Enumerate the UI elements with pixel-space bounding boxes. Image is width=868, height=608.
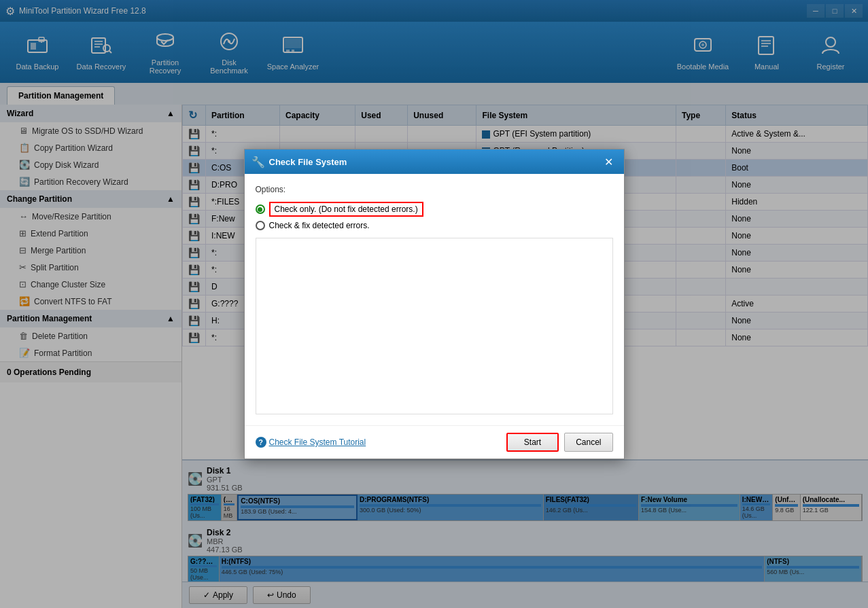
start-button[interactable]: Start (506, 433, 559, 452)
option-2-label: Check & fix detected errors. (269, 221, 370, 230)
radio-option-1[interactable] (256, 204, 265, 214)
modal-option-2[interactable]: Check & fix detected errors. (256, 219, 613, 232)
modal-footer-buttons: Start Cancel (506, 433, 613, 452)
option-1-label: Check only. (Do not fix detected errors.… (269, 202, 423, 217)
modal-option-1[interactable]: Check only. (Do not fix detected errors.… (256, 200, 613, 219)
modal-options-label: Options: (256, 185, 613, 194)
help-circle-icon: ? (256, 437, 266, 448)
check-filesystem-modal: 🔧 Check File System ✕ Options: Check onl… (244, 149, 625, 459)
modal-empty-area (256, 238, 613, 414)
modal-footer: ? Check File System Tutorial Start Cance… (245, 425, 624, 459)
modal-title-text: Check File System (269, 157, 597, 167)
modal-body: Options: Check only. (Do not fix detecte… (245, 174, 624, 425)
help-link[interactable]: ? Check File System Tutorial (256, 437, 366, 448)
modal-overlay: 🔧 Check File System ✕ Options: Check onl… (0, 0, 868, 608)
modal-close-button[interactable]: ✕ (601, 154, 617, 170)
cancel-button[interactable]: Cancel (564, 433, 612, 452)
modal-titlebar: 🔧 Check File System ✕ (245, 149, 624, 174)
radio-option-2[interactable] (256, 221, 265, 230)
modal-title-icon: 🔧 (251, 156, 265, 168)
